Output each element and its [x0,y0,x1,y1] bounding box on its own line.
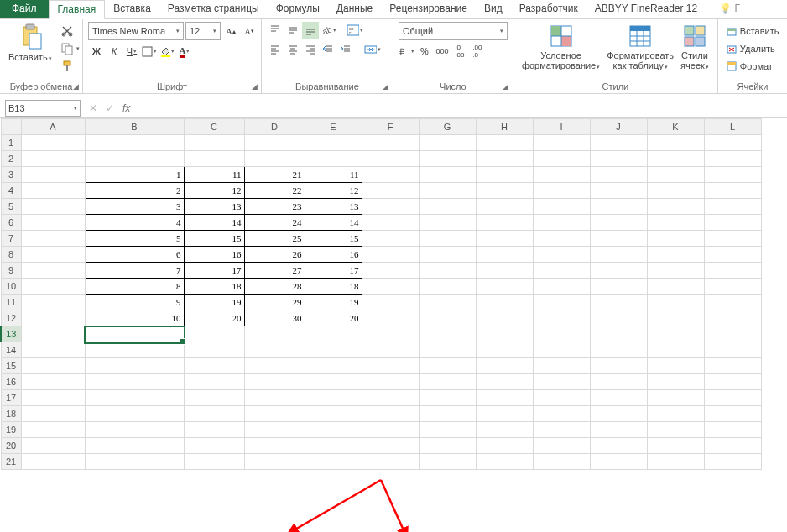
cell-A10[interactable] [21,279,85,295]
row-header-6[interactable]: 6 [1,215,21,231]
cell-B12[interactable]: 10 [85,310,184,326]
cell-E16[interactable] [305,374,362,390]
row-header-13[interactable]: 13 [1,326,21,342]
cell-E13[interactable] [305,326,362,342]
cell-F9[interactable] [362,263,419,279]
cell-D13[interactable] [244,326,305,342]
cell-E21[interactable] [305,454,362,470]
align-right-button[interactable] [302,41,319,58]
cell-H1[interactable] [476,135,533,151]
row-header-4[interactable]: 4 [1,183,21,199]
cell-K15[interactable] [647,358,704,374]
cell-L5[interactable] [704,199,761,215]
cell-C20[interactable] [184,438,244,454]
cell-K3[interactable] [647,167,704,183]
cell-J11[interactable] [590,295,647,310]
cell-H15[interactable] [476,358,533,374]
cell-J9[interactable] [590,263,647,279]
cell-K6[interactable] [647,215,704,231]
align-top-button[interactable] [267,22,284,39]
cell-G8[interactable] [419,247,476,263]
formula-input[interactable] [137,100,787,117]
cell-I19[interactable] [533,422,590,438]
font-size-select[interactable]: 12▾ [185,22,221,40]
cell-J17[interactable] [590,390,647,406]
col-header-L[interactable]: L [704,119,761,135]
increase-decimal-button[interactable]: .0.00 [451,43,468,60]
cell-F6[interactable] [362,215,419,231]
cell-E4[interactable]: 12 [305,183,362,199]
cell-E8[interactable]: 16 [305,247,362,263]
cell-A8[interactable] [21,247,85,263]
cell-G20[interactable] [419,438,476,454]
cell-E14[interactable] [305,342,362,358]
cell-I3[interactable] [533,167,590,183]
number-format-select[interactable]: Общий▾ [399,22,508,40]
cell-L19[interactable] [704,422,761,438]
cell-I8[interactable] [533,247,590,263]
cell-I13[interactable] [533,326,590,342]
cell-L20[interactable] [704,438,761,454]
cell-L14[interactable] [704,342,761,358]
format-as-table-button[interactable]: Форматировать как таблицу▾ [603,22,677,74]
cell-D11[interactable]: 29 [244,295,305,310]
cell-A12[interactable] [21,310,85,326]
cell-I7[interactable] [533,231,590,247]
cell-J13[interactable] [590,326,647,342]
row-header-10[interactable]: 10 [1,279,21,295]
cell-B8[interactable]: 6 [85,247,184,263]
cell-E7[interactable]: 15 [305,231,362,247]
cell-K21[interactable] [647,454,704,470]
cell-G2[interactable] [419,151,476,167]
cell-A20[interactable] [21,438,85,454]
cell-H7[interactable] [476,231,533,247]
cell-L1[interactable] [704,135,761,151]
cell-F8[interactable] [362,247,419,263]
wrap-text-button[interactable]: abc▾ [347,22,363,39]
tab-abbyy[interactable]: ABBYY FineReader 12 [586,0,706,18]
merge-button[interactable]: ▾ [364,41,381,58]
cell-J20[interactable] [590,438,647,454]
row-header-7[interactable]: 7 [1,231,21,247]
cell-E6[interactable]: 14 [305,215,362,231]
cell-E5[interactable]: 13 [305,199,362,215]
cell-J10[interactable] [590,279,647,295]
cell-H5[interactable] [476,199,533,215]
paste-button[interactable]: Вставить▾ [5,22,55,65]
cell-I15[interactable] [533,358,590,374]
cell-G5[interactable] [419,199,476,215]
cell-B11[interactable]: 9 [85,295,184,310]
cell-F21[interactable] [362,454,419,470]
fill-color-button[interactable]: ▾ [159,43,175,60]
cell-L3[interactable] [704,167,761,183]
cell-K9[interactable] [647,263,704,279]
cell-K18[interactable] [647,406,704,422]
cut-button[interactable] [59,23,82,39]
cell-J2[interactable] [590,151,647,167]
cell-J1[interactable] [590,135,647,151]
cell-L10[interactable] [704,279,761,295]
cell-I10[interactable] [533,279,590,295]
align-middle-button[interactable] [284,22,301,39]
cell-H10[interactable] [476,279,533,295]
cell-D18[interactable] [244,406,305,422]
row-header-20[interactable]: 20 [1,438,21,454]
cell-H14[interactable] [476,342,533,358]
cell-G7[interactable] [419,231,476,247]
cell-F2[interactable] [362,151,419,167]
col-header-H[interactable]: H [476,119,533,135]
cell-H11[interactable] [476,295,533,310]
cell-F7[interactable] [362,231,419,247]
grow-font-button[interactable]: A▴ [222,23,239,39]
row-header-8[interactable]: 8 [1,247,21,263]
cell-B9[interactable]: 7 [85,263,184,279]
cell-F1[interactable] [362,135,419,151]
cancel-formula-button[interactable]: ✕ [89,102,97,114]
cell-A17[interactable] [21,390,85,406]
col-header-I[interactable]: I [533,119,590,135]
copy-button[interactable]: ▾ [59,40,82,57]
cell-H18[interactable] [476,406,533,422]
border-button[interactable]: ▾ [141,43,158,60]
tab-file[interactable]: Файл [0,0,49,18]
font-color-button[interactable]: А▾ [176,43,193,60]
